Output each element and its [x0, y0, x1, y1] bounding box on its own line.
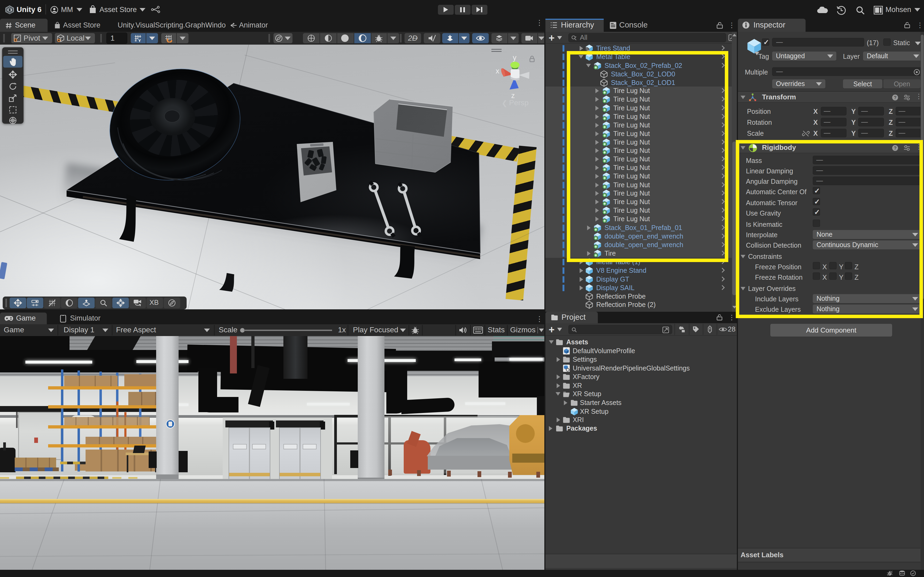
svg-text:Y: Y: [138, 38, 141, 42]
svg-text:?: ?: [894, 95, 897, 100]
svg-text:x: x: [496, 67, 499, 75]
svg-text:y: y: [513, 54, 517, 62]
